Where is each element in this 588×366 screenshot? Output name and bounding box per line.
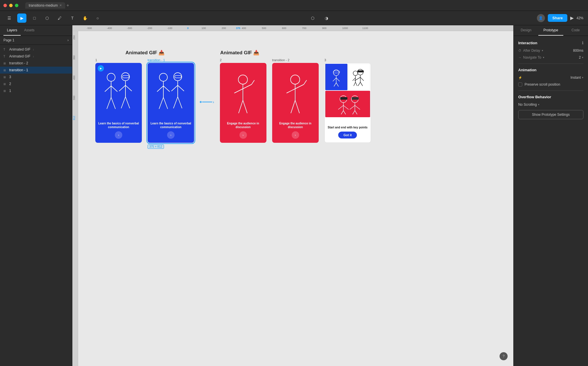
svg-point-40 <box>333 70 339 76</box>
trigger-value[interactable]: 800ms <box>573 49 583 53</box>
show-prototype-settings-button[interactable]: Show Prototype Settings <box>518 110 583 119</box>
figure-svg-1 <box>100 69 137 117</box>
overflow-value-row[interactable]: No Scrolling ▾ <box>518 103 583 107</box>
layer-name-t2: transition - 2 <box>9 61 28 65</box>
share-button[interactable]: Share <box>548 14 567 22</box>
tab-prototype[interactable]: Prototype <box>538 25 563 36</box>
frame-transition-2[interactable]: Engage the audience in discussion › <box>272 63 319 143</box>
frame-icon-1: ⊞ <box>3 89 7 93</box>
svg-line-64 <box>341 111 343 114</box>
trigger-chevron: ▾ <box>542 49 543 52</box>
toolbar: ☰ ▶ □ ⬡ 🖊 T ✋ ○ ⬡ ◑ 👤 Share ▶ 42% <box>0 11 588 25</box>
frame-t2-next-btn[interactable]: › <box>292 131 299 139</box>
frame-1-next-btn[interactable]: › <box>115 131 122 139</box>
svg-rect-25 <box>175 76 181 78</box>
right-panel: Design Prototype Code Interaction ℹ ⏱ Af… <box>513 25 588 366</box>
overflow-section-header: Overflow Behavior <box>518 95 583 99</box>
text-tool[interactable]: T <box>68 14 77 23</box>
overflow-chevron: ▾ <box>538 103 539 106</box>
layer-transition-2[interactable]: ⊞ transition - 2 <box>0 60 72 67</box>
overflow-title: Overflow Behavior <box>518 95 551 99</box>
tab-layers[interactable]: Layers <box>3 25 21 36</box>
svg-line-5 <box>111 97 115 109</box>
tab-close-icon[interactable]: ✕ <box>59 4 62 7</box>
svg-rect-12 <box>123 76 129 78</box>
layer-animated-gif-2[interactable]: T Animated GIF ↓ <box>0 53 72 60</box>
tab-assets[interactable]: Assets <box>21 25 38 36</box>
right-panel-tabs: Design Prototype Code <box>514 25 588 36</box>
animation-type-value[interactable]: Instant ▾ <box>570 76 583 80</box>
main-area: Layers Assets Page 1 › T Animated GIF ↓ … <box>0 25 588 366</box>
comment-tool[interactable]: ○ <box>93 14 102 23</box>
canvas-content: Animated GIF 📥 Animated GIF 📥 1 ▶ <box>78 31 513 366</box>
arrow-right-icon: → <box>518 56 521 59</box>
page-chevron: › <box>67 38 69 42</box>
frame-3[interactable]: Start and end with key points Got it <box>324 63 371 143</box>
left-panel: Layers Assets Page 1 › T Animated GIF ↓ … <box>0 25 72 366</box>
component-icon[interactable]: ⬡ <box>308 14 317 23</box>
layer-animated-gif-1[interactable]: T Animated GIF ↓ <box>0 46 72 53</box>
interaction-info-icon[interactable]: ℹ <box>582 41 583 45</box>
svg-line-21 <box>171 85 178 91</box>
traffic-light-green[interactable] <box>15 4 18 7</box>
animation-section-header: Animation <box>518 68 583 72</box>
got-it-button[interactable]: Got it <box>338 132 357 138</box>
layer-3[interactable]: ⊞ 3 <box>0 74 72 80</box>
svg-line-35 <box>287 89 295 93</box>
svg-line-9 <box>125 85 132 91</box>
figure-svg-t1 <box>152 69 189 117</box>
zoom-label: 42% <box>577 16 583 20</box>
svg-line-72 <box>355 111 357 114</box>
shape-tool[interactable]: ⬡ <box>42 14 52 23</box>
theme-toggle[interactable]: ◑ <box>322 14 331 23</box>
text-icon: T <box>3 48 7 51</box>
svg-line-18 <box>163 97 168 109</box>
svg-line-70 <box>355 105 360 109</box>
page-selector[interactable]: Page 1 › <box>0 36 72 45</box>
play-button[interactable]: ▶ <box>570 15 574 21</box>
frame-t1-label: transition - 1 <box>148 58 165 62</box>
add-tab-button[interactable]: + <box>66 3 69 8</box>
interaction-section-header: Interaction ℹ <box>518 41 583 45</box>
svg-rect-67 <box>352 97 359 100</box>
frame-t1-next-btn[interactable]: › <box>167 131 175 139</box>
tab-code[interactable]: Code <box>563 25 588 36</box>
tab-label: transitions-medium <box>29 3 58 7</box>
help-button[interactable]: ? <box>500 352 508 360</box>
layer-2[interactable]: ⊞ 2 <box>0 80 72 87</box>
traffic-light-yellow[interactable] <box>9 4 13 7</box>
traffic-light-red[interactable] <box>3 4 7 7</box>
select-tool[interactable]: ▶ <box>17 14 26 23</box>
arrow-start-dot <box>200 101 202 103</box>
layer-1[interactable]: ⊞ 1 <box>0 87 72 94</box>
toolbar-right: 👤 Share ▶ 42% <box>537 14 583 22</box>
active-tab[interactable]: transitions-medium ✕ <box>25 2 65 9</box>
svg-line-32 <box>243 100 247 113</box>
layer-name-2: Animated GIF <box>9 54 30 58</box>
svg-line-65 <box>343 111 346 114</box>
frame-1-container: 1 ▶ <box>95 58 142 143</box>
frame-2-next-btn[interactable]: › <box>239 131 247 139</box>
arrow-icon: ↓ <box>33 48 34 51</box>
pen-tool[interactable]: 🖊 <box>55 14 64 23</box>
animation-title: Animation <box>518 68 537 72</box>
hand-tool[interactable]: ✋ <box>80 14 90 23</box>
preserve-scroll-checkbox[interactable] <box>518 82 522 86</box>
clock-icon: ⏱ <box>518 49 521 52</box>
navigate-value-chevron: ▾ <box>582 56 583 59</box>
tab-design[interactable]: Design <box>514 25 538 36</box>
layer-transition-1[interactable]: ⊞ transition - 1 <box>0 67 72 74</box>
figure-svg-t2 <box>279 72 311 117</box>
canvas[interactable]: -500 -400 -300 -200 -100 0 100 200 375 4… <box>72 25 513 366</box>
svg-point-0 <box>107 73 115 81</box>
frame-tool[interactable]: □ <box>30 14 39 23</box>
arrow-connector: › <box>200 100 214 104</box>
navigate-value[interactable]: 2 ▾ <box>579 55 583 59</box>
svg-line-51 <box>360 77 364 81</box>
menu-button[interactable]: ☰ <box>5 14 14 23</box>
frame-1[interactable]: ▶ <box>95 63 142 143</box>
svg-line-39 <box>295 100 299 113</box>
frame-transition-1[interactable]: Learn the basics of nonverbal communicat… <box>148 63 194 143</box>
frame-t2-text: Engage the audience in discussion <box>272 122 319 129</box>
frame-2[interactable]: Engage the audience in discussion › <box>220 63 266 143</box>
